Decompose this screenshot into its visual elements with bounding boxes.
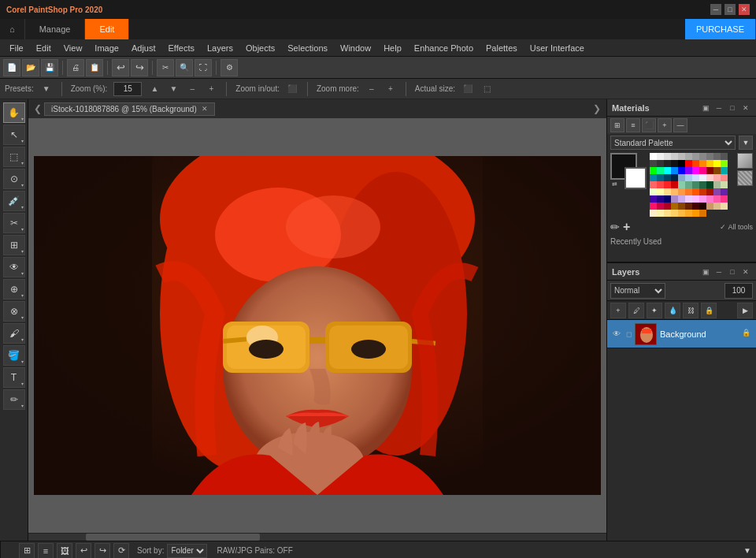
color-swatch[interactable] <box>706 181 713 188</box>
color-swatch[interactable] <box>699 167 706 174</box>
settings-button[interactable]: ⚙ <box>220 59 238 76</box>
color-swatch[interactable] <box>671 203 678 210</box>
color-swatch[interactable] <box>685 181 692 188</box>
layers-minimize-icon[interactable]: ─ <box>713 266 724 277</box>
palette-options-btn[interactable]: ▼ <box>739 136 753 150</box>
color-swatch[interactable] <box>664 188 671 195</box>
color-swatch[interactable] <box>671 167 678 174</box>
filmstrip-thumb-view[interactable]: 🖼 <box>57 543 72 559</box>
undo-button[interactable]: ↩ <box>112 59 129 76</box>
color-swatch[interactable] <box>692 181 699 188</box>
presets-dropdown[interactable]: ▼ <box>40 83 53 95</box>
zoom-actual-icon[interactable]: ⬛ <box>286 83 298 95</box>
zoom-more-increase[interactable]: + <box>384 83 397 95</box>
color-swatch[interactable] <box>678 174 685 181</box>
redeye-tool[interactable]: 👁▾ <box>3 257 25 277</box>
brush-tool[interactable]: 🖌▾ <box>3 323 25 344</box>
filmstrip-sync[interactable]: ⟳ <box>113 543 129 559</box>
color-swatch[interactable] <box>671 195 678 203</box>
color-swatch[interactable] <box>671 181 678 188</box>
color-swatch[interactable] <box>657 188 664 195</box>
color-swatch[interactable] <box>664 195 671 203</box>
maximize-button[interactable]: □ <box>724 4 736 15</box>
color-swatch[interactable] <box>706 167 713 174</box>
layer-item-background[interactable]: 👁 ◻ Background 🔒 <box>607 320 756 348</box>
color-swatch[interactable] <box>685 210 692 217</box>
color-swatch[interactable] <box>699 153 706 160</box>
layer-visibility-toggle[interactable]: 👁 <box>610 328 623 340</box>
canvas-tab-close[interactable]: ✕ <box>202 105 208 113</box>
color-swatch[interactable] <box>650 181 657 188</box>
color-swatch[interactable] <box>678 160 685 167</box>
color-swatch[interactable] <box>657 203 664 210</box>
color-swatch[interactable] <box>713 195 721 203</box>
color-swatch[interactable] <box>713 174 721 181</box>
materials-restore-icon[interactable]: ▣ <box>700 102 711 113</box>
menu-enhance[interactable]: Enhance Photo <box>408 42 480 54</box>
minimize-button[interactable]: ─ <box>710 4 721 15</box>
eyedropper-tool[interactable]: 💉▾ <box>3 191 25 211</box>
menu-selections[interactable]: Selections <box>281 42 334 54</box>
mat-list-icon[interactable]: ≡ <box>626 118 640 132</box>
color-swatch[interactable] <box>678 210 685 217</box>
color-swatch[interactable] <box>692 203 699 210</box>
menu-ui[interactable]: User Interface <box>524 42 591 54</box>
palette-select[interactable]: Standard Palette <box>610 136 736 150</box>
color-swatch[interactable] <box>713 181 721 188</box>
color-swatch[interactable] <box>650 167 657 174</box>
color-swatch[interactable] <box>650 188 657 195</box>
color-swatch[interactable] <box>650 203 657 210</box>
manage-tab[interactable]: Manage <box>25 19 86 39</box>
menu-adjust[interactable]: Adjust <box>125 42 162 54</box>
opacity-input[interactable] <box>724 283 753 299</box>
layers-close-icon[interactable]: ✕ <box>740 266 751 277</box>
color-swatch[interactable] <box>657 195 664 203</box>
eyedropper-icon[interactable]: ✏ <box>610 221 620 233</box>
color-swatch[interactable] <box>657 153 664 160</box>
color-swatch[interactable] <box>685 174 692 181</box>
color-swatch[interactable] <box>692 210 699 217</box>
color-swatch[interactable] <box>692 174 699 181</box>
fill-tool[interactable]: 🪣▾ <box>3 345 25 366</box>
crop-tool[interactable]: ✂▾ <box>3 213 25 233</box>
color-swatch[interactable] <box>664 174 671 181</box>
zoom-decrease-icon[interactable]: – <box>186 83 198 95</box>
close-button[interactable]: ✕ <box>739 4 750 15</box>
background-color[interactable] <box>624 167 647 189</box>
blend-mode-select[interactable]: Normal <box>610 283 665 299</box>
color-swatch[interactable] <box>706 153 713 160</box>
menu-view[interactable]: View <box>57 42 89 54</box>
color-swatch[interactable] <box>713 167 721 174</box>
canvas-content[interactable] <box>28 118 606 533</box>
color-swatch[interactable] <box>650 174 657 181</box>
copy-button[interactable]: 📋 <box>86 59 103 76</box>
filmstrip-grid-view[interactable]: ⊞ <box>19 543 35 559</box>
edit-tab[interactable]: Edit <box>85 19 129 39</box>
color-swatch[interactable] <box>721 203 728 210</box>
crop-button[interactable]: ✂ <box>157 59 174 76</box>
color-swatch[interactable] <box>657 210 664 217</box>
menu-edit[interactable]: Edit <box>30 42 57 54</box>
straighten-tool[interactable]: ⊞▾ <box>3 235 25 255</box>
filmstrip-list-view[interactable]: ≡ <box>38 543 54 559</box>
menu-window[interactable]: Window <box>334 42 377 54</box>
color-swatch[interactable] <box>699 210 706 217</box>
layer-lock-btn[interactable]: 🔒 <box>701 303 717 318</box>
filmstrip-folder-back[interactable]: ↩ <box>76 543 91 559</box>
fit-button[interactable]: ⛶ <box>195 59 212 76</box>
filmstrip-collapse-btn[interactable]: ▼ <box>743 546 751 555</box>
color-swatch[interactable] <box>678 167 685 174</box>
zoom-input[interactable] <box>113 82 142 96</box>
swap-colors-icon[interactable]: ⇄ <box>612 180 617 188</box>
color-swatch[interactable] <box>699 203 706 210</box>
actual-size-icon[interactable]: ⬛ <box>461 83 474 95</box>
gradient-swatch[interactable] <box>737 153 753 169</box>
save-button[interactable]: 💾 <box>41 59 58 76</box>
color-swatch[interactable] <box>721 167 728 174</box>
color-swatch[interactable] <box>706 188 713 195</box>
filmstrip-folder-forward[interactable]: ↪ <box>94 543 110 559</box>
print-button[interactable]: 🖨 <box>67 59 84 76</box>
color-swatch[interactable] <box>678 188 685 195</box>
color-swatch[interactable] <box>650 153 657 160</box>
color-swatch[interactable] <box>685 203 692 210</box>
